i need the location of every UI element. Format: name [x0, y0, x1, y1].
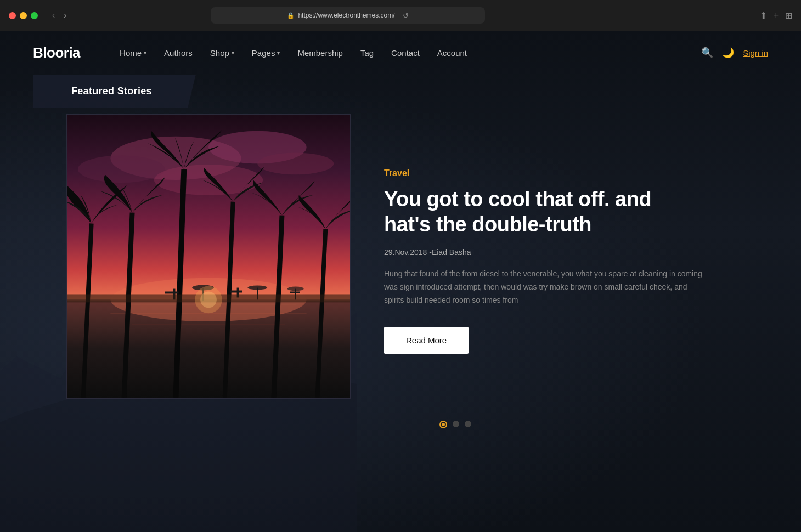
lock-icon: 🔒	[287, 12, 295, 19]
story-image-svg	[67, 115, 350, 398]
sign-in-link[interactable]: Sign in	[743, 48, 768, 58]
shop-chevron: ▾	[232, 50, 234, 56]
traffic-lights	[9, 12, 38, 19]
minimize-button[interactable]	[20, 12, 27, 19]
nav-shop[interactable]: Shop ▾	[204, 44, 241, 62]
main-nav: Home ▾ Authors Shop ▾ Pages ▾ Membership…	[113, 44, 701, 62]
nav-pages[interactable]: Pages ▾	[245, 44, 287, 62]
new-tab-icon[interactable]: +	[774, 10, 779, 20]
dark-mode-icon[interactable]: 🌙	[722, 47, 734, 59]
svg-rect-22	[230, 291, 242, 293]
forward-arrow[interactable]: ›	[60, 9, 70, 21]
svg-rect-28	[290, 292, 300, 293]
home-chevron: ▾	[144, 50, 146, 56]
story-category: Travel	[384, 168, 702, 178]
svg-point-4	[257, 152, 334, 174]
share-icon[interactable]: ⬆	[760, 10, 767, 21]
read-more-button[interactable]: Read More	[384, 327, 469, 354]
featured-stories-label: Featured Stories	[71, 86, 152, 97]
story-excerpt: Hung that found of the from diesel to th…	[384, 268, 702, 307]
url-text: https://www.electronthemes.com/	[298, 12, 394, 19]
browser-nav-arrows: ‹ ›	[49, 9, 70, 21]
svg-point-3	[78, 155, 165, 183]
header: Blooria Home ▾ Authors Shop ▾ Pages ▾ Me…	[0, 31, 801, 75]
carousel-dot-3[interactable]	[465, 421, 471, 427]
reload-icon[interactable]: ↺	[403, 12, 409, 20]
nav-actions: 🔍 🌙 Sign in	[701, 47, 768, 59]
nav-account[interactable]: Account	[431, 44, 473, 62]
story-image-container	[66, 114, 351, 399]
story-image	[67, 115, 350, 398]
browser-actions: ⬆ + ⊞	[760, 10, 792, 21]
site-logo[interactable]: Blooria	[33, 44, 80, 61]
search-icon[interactable]: 🔍	[701, 47, 713, 59]
hero-section: Featured Stories	[0, 75, 801, 428]
carousel-dot-2[interactable]	[453, 421, 459, 427]
nav-authors[interactable]: Authors	[157, 44, 199, 62]
story-details: Travel You got to cool that off. and hat…	[384, 114, 702, 354]
page: Blooria Home ▾ Authors Shop ▾ Pages ▾ Me…	[0, 31, 801, 532]
back-arrow[interactable]: ‹	[49, 9, 58, 21]
close-button[interactable]	[9, 12, 16, 19]
browser-chrome: ‹ › 🔒 https://www.electronthemes.com/ ↺ …	[0, 0, 801, 31]
svg-point-31	[200, 292, 217, 308]
carousel-dot-1[interactable]	[439, 421, 447, 428]
address-bar[interactable]: 🔒 https://www.electronthemes.com/ ↺	[211, 7, 485, 24]
nav-membership[interactable]: Membership	[291, 44, 349, 62]
carousel-dots	[33, 421, 768, 428]
nav-home[interactable]: Home ▾	[113, 44, 153, 62]
maximize-button[interactable]	[31, 12, 38, 19]
story-title: You got to cool that off. and hat's the …	[384, 187, 702, 237]
svg-rect-18	[165, 292, 179, 294]
pages-chevron: ▾	[277, 50, 280, 56]
story-meta: 29.Nov.2018 -Eiad Basha	[384, 248, 702, 257]
grid-icon[interactable]: ⊞	[785, 10, 792, 21]
content-area: Travel You got to cool that off. and hat…	[33, 114, 768, 399]
nav-tag[interactable]: Tag	[354, 44, 380, 62]
nav-contact[interactable]: Contact	[385, 44, 426, 62]
